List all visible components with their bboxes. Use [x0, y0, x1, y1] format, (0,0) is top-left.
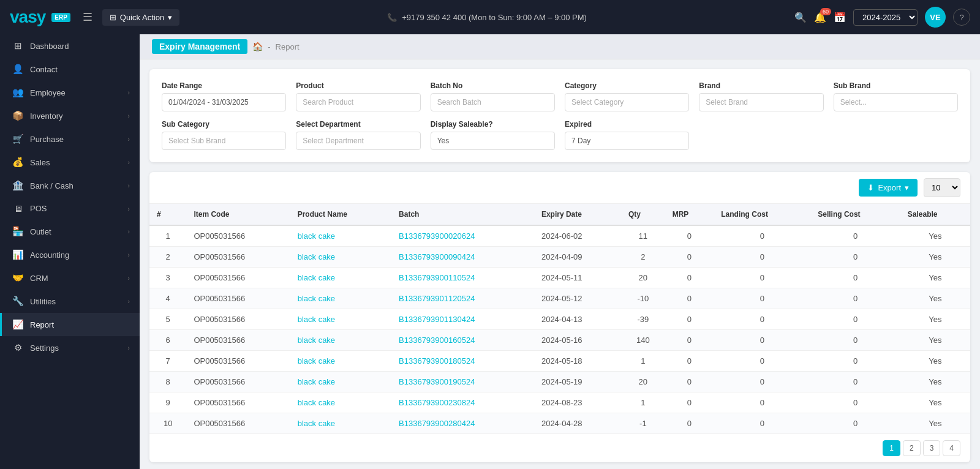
- sidebar-item-crm[interactable]: 🤝 CRM ›: [0, 266, 140, 290]
- help-icon[interactable]: ?: [953, 9, 970, 26]
- cell-batch[interactable]: B1336793901120524: [391, 288, 534, 309]
- chevron-right-icon: ›: [127, 182, 130, 189]
- sidebar-item-outlet[interactable]: 🏪 Outlet ›: [0, 220, 140, 243]
- chevron-right-icon: ›: [127, 251, 130, 258]
- col-landing-cost: Landing Cost: [714, 204, 810, 225]
- col-mrp: MRP: [665, 204, 714, 225]
- cell-selling-cost: 0: [810, 330, 900, 351]
- cell-batch[interactable]: B1336793901130424: [391, 309, 534, 330]
- brand-label: Brand: [699, 81, 823, 90]
- page-size-select[interactable]: 10 25 50 100: [924, 178, 960, 197]
- sidebar-item-sales[interactable]: 💰 Sales ›: [0, 151, 140, 174]
- sidebar-item-accounting[interactable]: 📊 Accounting ›: [0, 243, 140, 266]
- filter-category: Category: [565, 81, 689, 111]
- table-row: 3 OP005031566 black cake B13367939001105…: [149, 268, 970, 288]
- sidebar-item-dashboard[interactable]: ⊞ Dashboard: [0, 34, 140, 58]
- table-row: 6 OP005031566 black cake B13367939001605…: [149, 330, 970, 351]
- cell-batch[interactable]: B1336793900020624: [391, 225, 534, 247]
- export-button[interactable]: ⬇ Export ▾: [859, 179, 918, 197]
- sidebar: ⊞ Dashboard 👤 Contact 👥 Employee › 📦 Inv…: [0, 34, 140, 469]
- brand-input[interactable]: [699, 93, 823, 111]
- cell-mrp: 0: [665, 309, 714, 330]
- page-btn-4[interactable]: 4: [943, 440, 960, 456]
- sidebar-item-bank-cash[interactable]: 🏦 Bank / Cash ›: [0, 174, 140, 197]
- sidebar-item-label: POS: [30, 204, 47, 213]
- report-icon: 📈: [12, 319, 24, 330]
- table-row: 2 OP005031566 black cake B13367939000904…: [149, 247, 970, 268]
- cell-batch[interactable]: B1336793900160524: [391, 330, 534, 351]
- table-row: 1 OP005031566 black cake B13367939000206…: [149, 225, 970, 247]
- sidebar-item-report[interactable]: 📈 Report: [0, 313, 140, 336]
- search-icon[interactable]: 🔍: [794, 12, 807, 23]
- cell-mrp: 0: [665, 392, 714, 413]
- cell-batch[interactable]: B1336793900190524: [391, 372, 534, 392]
- avatar[interactable]: VE: [925, 7, 946, 28]
- cell-product-name[interactable]: black cake: [290, 372, 391, 392]
- cell-product-name[interactable]: black cake: [290, 351, 391, 372]
- sidebar-item-purchase[interactable]: 🛒 Purchase ›: [0, 127, 140, 151]
- logo-area: vasy ERP: [10, 7, 70, 27]
- sidebar-item-settings[interactable]: ⚙ Settings ›: [0, 336, 140, 359]
- department-label: Select Department: [296, 120, 420, 129]
- cell-selling-cost: 0: [810, 309, 900, 330]
- cell-landing-cost: 0: [714, 268, 810, 288]
- cell-expiry-date: 2024-04-28: [534, 413, 621, 434]
- sidebar-item-contact[interactable]: 👤 Contact: [0, 58, 140, 81]
- calendar-icon[interactable]: 📅: [834, 12, 846, 23]
- cell-mrp: 0: [665, 247, 714, 268]
- col-qty: Qty: [621, 204, 665, 225]
- year-selector[interactable]: 2024-2025: [853, 9, 918, 26]
- notification-icon[interactable]: 🔔 60: [814, 12, 826, 23]
- crm-icon: 🤝: [12, 272, 24, 283]
- page-btn-3[interactable]: 3: [923, 440, 941, 456]
- page-btn-2[interactable]: 2: [903, 440, 921, 456]
- filter-department: Select Department: [296, 120, 420, 150]
- cell-batch[interactable]: B1336793900090424: [391, 247, 534, 268]
- date-range-input[interactable]: [162, 93, 286, 111]
- col-selling-cost: Selling Cost: [810, 204, 900, 225]
- cell-expiry-date: 2024-05-16: [534, 330, 621, 351]
- cell-product-name[interactable]: black cake: [290, 225, 391, 247]
- batch-input[interactable]: [431, 93, 555, 111]
- hamburger-icon[interactable]: ☰: [83, 10, 92, 24]
- quick-action-button[interactable]: ⊞ Quick Action ▾: [102, 9, 179, 26]
- sub-brand-input[interactable]: [834, 93, 958, 111]
- cell-product-name[interactable]: black cake: [290, 413, 391, 434]
- home-icon[interactable]: 🏠: [252, 42, 263, 51]
- cell-selling-cost: 0: [810, 247, 900, 268]
- sub-category-input[interactable]: [162, 132, 286, 150]
- cell-product-name[interactable]: black cake: [290, 268, 391, 288]
- sidebar-item-employee[interactable]: 👥 Employee ›: [0, 81, 140, 104]
- breadcrumb-separator: -: [268, 42, 270, 51]
- page-btn-1[interactable]: 1: [883, 440, 900, 456]
- cell-product-name[interactable]: black cake: [290, 330, 391, 351]
- expired-select[interactable]: 7 Day 30 Day 60 Day 90 Day: [565, 132, 689, 150]
- cell-batch[interactable]: B1336793900180524: [391, 351, 534, 372]
- cell-product-name[interactable]: black cake: [290, 288, 391, 309]
- cell-selling-cost: 0: [810, 268, 900, 288]
- cell-product-name[interactable]: black cake: [290, 309, 391, 330]
- cell-product-name[interactable]: black cake: [290, 392, 391, 413]
- category-input[interactable]: [565, 93, 689, 111]
- cell-batch[interactable]: B1336793900110524: [391, 268, 534, 288]
- display-saleable-select[interactable]: Yes No: [431, 132, 555, 150]
- cell-num: 6: [149, 330, 186, 351]
- sidebar-item-pos[interactable]: 🖥 POS ›: [0, 197, 140, 220]
- cell-batch[interactable]: B1336793900230824: [391, 392, 534, 413]
- cell-saleable: Yes: [900, 247, 970, 268]
- bank-icon: 🏦: [12, 180, 24, 191]
- sidebar-item-utilities[interactable]: 🔧 Utilities ›: [0, 290, 140, 313]
- cell-item-code: OP005031566: [186, 330, 290, 351]
- cell-num: 9: [149, 392, 186, 413]
- col-num: #: [149, 204, 186, 225]
- sidebar-item-inventory[interactable]: 📦 Inventory ›: [0, 104, 140, 127]
- cell-product-name[interactable]: black cake: [290, 247, 391, 268]
- chevron-right-icon: ›: [127, 89, 130, 96]
- header-right: 🔍 🔔 60 📅 2024-2025 VE ?: [794, 7, 970, 28]
- breadcrumb-report[interactable]: Report: [276, 42, 300, 51]
- product-input[interactable]: [296, 93, 420, 111]
- sidebar-item-label: Settings: [30, 343, 59, 353]
- department-input[interactable]: [296, 132, 420, 150]
- export-icon: ⬇: [867, 183, 874, 192]
- cell-batch[interactable]: B1336793900280424: [391, 413, 534, 434]
